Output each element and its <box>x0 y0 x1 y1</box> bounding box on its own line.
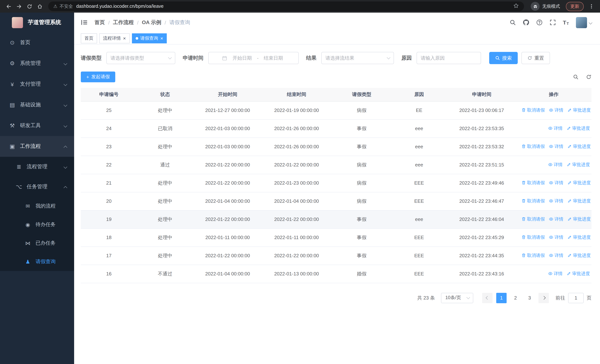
address-bar[interactable]: ⚠ 不安全 dashboard.yudao.iocoder.cn/bpm/oa/… <box>48 1 524 11</box>
prev-page-button[interactable] <box>482 293 493 303</box>
bookmark-star-icon[interactable] <box>513 3 519 10</box>
end-date-input[interactable]: 结束日期 <box>262 55 285 61</box>
col-operations: 操作 <box>517 88 591 101</box>
cancel-leave-link[interactable]: 取消请假 <box>521 252 545 259</box>
table-row: 16不通过2022-01-04 00:00:002022-01-13 00:00… <box>81 265 591 283</box>
table-row: 24已取消2022-01-03 00:00:002022-01-26 00:00… <box>81 119 591 138</box>
sidebar-item-home[interactable]: ⊙ 首页 <box>0 32 74 53</box>
result-select[interactable]: 请选择流结果 <box>321 52 394 64</box>
page-size-select[interactable]: 10条/页 <box>441 293 473 303</box>
create-leave-button[interactable]: + 发起请假 <box>81 72 115 82</box>
cell-leave-type: 病假 <box>331 174 392 192</box>
breadcrumb-item[interactable]: OA 示例 <box>142 19 161 26</box>
browser-menu-button[interactable] <box>587 1 596 11</box>
sidebar-item-label: 首页 <box>20 39 30 46</box>
font-size-icon[interactable]: TT <box>563 19 569 26</box>
sidebar-fold-icon[interactable] <box>81 19 88 26</box>
sidebar-item-devtools[interactable]: ⚒ 研发工具 <box>0 115 74 136</box>
search-icon[interactable] <box>509 19 516 26</box>
close-icon[interactable]: × <box>160 36 163 41</box>
security-indicator[interactable]: ⚠ 不安全 <box>53 3 73 9</box>
fullscreen-icon[interactable] <box>549 19 556 26</box>
detail-link[interactable]: 详情 <box>549 180 563 186</box>
sidebar-item-system[interactable]: ⚙ 系统管理 <box>0 53 74 74</box>
cell-apply-id: 17 <box>81 246 137 265</box>
tab-home[interactable]: 首页 <box>81 33 97 43</box>
help-icon[interactable] <box>536 19 542 26</box>
browser-update-button[interactable]: 更新 <box>566 2 584 11</box>
detail-link[interactable]: 详情 <box>549 198 563 204</box>
search-button[interactable]: 搜索 <box>489 52 518 64</box>
cancel-leave-link[interactable]: 取消请假 <box>521 234 545 241</box>
page-number-button[interactable]: 3 <box>525 293 535 303</box>
browser-back-button[interactable] <box>4 1 13 11</box>
col-start-time: 开始时间 <box>193 88 262 101</box>
detail-link[interactable]: 详情 <box>548 162 562 168</box>
approval-progress-link[interactable]: 审批进度 <box>567 216 591 222</box>
user-avatar-menu[interactable] <box>576 17 592 28</box>
sidebar-item-process-management[interactable]: ≣ 流程管理 <box>0 157 74 177</box>
approval-progress-link[interactable]: 审批进度 <box>567 234 591 241</box>
cell-apply-time: 2022-01-23 00:06:17 <box>446 101 517 119</box>
breadcrumb-item[interactable]: 首页 <box>94 19 105 26</box>
approval-progress-link[interactable]: 审批进度 <box>567 162 590 168</box>
app-shell: 芋道管理系统 ⊙ 首页 ⚙ 系统管理 ¥ 支付管理 ▤ 基础设施 <box>0 13 600 364</box>
detail-link[interactable]: 详情 <box>548 125 562 131</box>
col-apply-id: 申请编号 <box>81 88 137 101</box>
detail-link[interactable]: 详情 <box>549 216 563 222</box>
leave-type-select[interactable]: 请选择请假类型 <box>106 52 175 64</box>
breadcrumb-item[interactable]: 工作流程 <box>113 19 134 26</box>
sidebar-item-done-tasks[interactable]: ⋈ 已办任务 <box>0 234 74 252</box>
github-icon[interactable] <box>523 19 529 26</box>
goto-page-input[interactable] <box>568 293 584 303</box>
detail-link[interactable]: 详情 <box>549 234 563 241</box>
tab-process-detail[interactable]: 流程详情 × <box>99 33 130 43</box>
tab-leave-query[interactable]: 请假查询 × <box>132 33 167 43</box>
sidebar-item-leave-query[interactable]: ♟ 请假查询 <box>0 252 74 271</box>
approval-progress-link[interactable]: 审批进度 <box>567 107 591 113</box>
toggle-search-icon[interactable] <box>573 74 579 80</box>
detail-link[interactable]: 详情 <box>549 107 563 113</box>
browser-forward-button[interactable] <box>14 1 24 11</box>
sidebar-item-my-process[interactable]: ✉ 我的流程 <box>0 197 74 215</box>
approval-progress-link[interactable]: 审批进度 <box>567 252 591 259</box>
sidebar-item-payment[interactable]: ¥ 支付管理 <box>0 74 74 94</box>
sidebar-item-todo-tasks[interactable]: ◉ 待办任务 <box>0 215 74 234</box>
approval-progress-link[interactable]: 审批进度 <box>567 143 591 150</box>
reason-input[interactable]: 请输入原因 <box>417 52 481 64</box>
detail-link[interactable]: 详情 <box>549 252 563 259</box>
cancel-leave-link[interactable]: 取消请假 <box>521 107 545 113</box>
approval-progress-link[interactable]: 审批进度 <box>567 125 590 131</box>
cancel-leave-link[interactable]: 取消请假 <box>521 198 545 204</box>
detail-link[interactable]: 详情 <box>548 271 562 277</box>
app-header: 首页 / 工作流程 / OA 示例 / 请假查询 TT <box>74 13 600 32</box>
approval-progress-link[interactable]: 审批进度 <box>567 271 590 277</box>
refresh-table-icon[interactable] <box>586 74 591 80</box>
sidebar-logo[interactable]: 芋道管理系统 <box>0 13 74 32</box>
start-date-input[interactable]: 开始日期 <box>231 55 254 61</box>
sidebar: 芋道管理系统 ⊙ 首页 ⚙ 系统管理 ¥ 支付管理 ▤ 基础设施 <box>0 13 74 364</box>
approval-progress-link[interactable]: 审批进度 <box>567 198 591 204</box>
cancel-leave-link[interactable]: 取消请假 <box>521 143 545 150</box>
next-page-button[interactable] <box>538 293 549 303</box>
page-number-button[interactable]: 2 <box>510 293 521 303</box>
active-dot <box>135 37 138 39</box>
sidebar-item-workflow[interactable]: ▣ 工作流程 <box>0 136 74 157</box>
cancel-leave-link[interactable]: 取消请假 <box>521 180 545 186</box>
approval-progress-link[interactable]: 审批进度 <box>567 180 591 186</box>
cell-status: 处理中 <box>137 174 193 192</box>
browser-reload-button[interactable] <box>24 1 34 11</box>
workflow-submenu: ≣ 流程管理 ⌥ 任务管理 ✉ 我的流程 ◉ 待办任务 <box>0 157 74 271</box>
cancel-leave-link[interactable]: 取消请假 <box>521 216 545 222</box>
close-icon[interactable]: × <box>123 36 126 41</box>
detail-link[interactable]: 详情 <box>549 143 563 150</box>
cell-reason: EEE <box>392 246 446 265</box>
reset-button[interactable]: 重置 <box>521 52 550 64</box>
sidebar-item-task-management[interactable]: ⌥ 任务管理 <box>0 177 74 197</box>
page-number-button[interactable]: 1 <box>496 293 506 303</box>
col-end-time: 结束时间 <box>262 88 331 101</box>
sidebar-item-infrastructure[interactable]: ▤ 基础设施 <box>0 94 74 115</box>
browser-home-button[interactable] <box>35 1 45 11</box>
cell-end-time: 2022-01-26 00:00:00 <box>262 119 331 138</box>
apply-time-range-picker[interactable]: 开始日期 - 结束日期 <box>208 52 299 64</box>
